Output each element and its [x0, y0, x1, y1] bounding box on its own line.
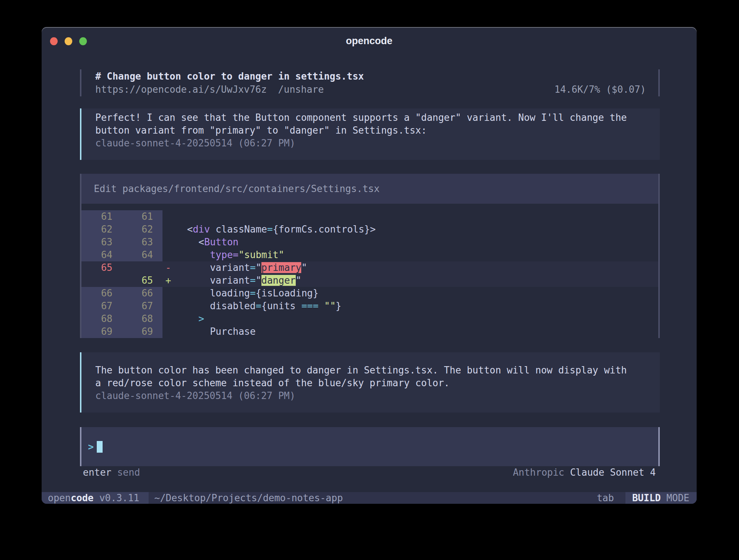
mode-primary: BUILD [632, 492, 660, 503]
new-line-number: 67 [122, 300, 162, 312]
code-line [176, 210, 658, 223]
new-line-number: 66 [122, 287, 162, 300]
old-line-number: 62 [81, 223, 122, 236]
diff-row: 6464 type="submit" [81, 249, 658, 261]
old-line-number: 67 [81, 300, 122, 312]
status-spacer [343, 492, 597, 504]
prompt-symbol: > [88, 441, 94, 452]
assistant-message: The button color has been changed to dan… [80, 352, 660, 413]
status-bar: opencode v0.3.11 ~/Desktop/Projects/demo… [42, 492, 697, 504]
old-line-number: 65 [81, 261, 122, 274]
prompt-input[interactable]: > [80, 427, 660, 466]
send-action-label: send [117, 467, 140, 478]
new-line-number: 69 [122, 325, 162, 338]
diff-row: 6666 loading={isLoading} [81, 287, 658, 300]
share-url[interactable]: https://opencode.ai/s/UwJxv76z [95, 83, 267, 96]
old-line-number: 63 [81, 236, 122, 249]
diff-marker [162, 249, 176, 261]
code-line: disabled={units === ""} [176, 300, 658, 312]
code-line: Purchase [176, 325, 658, 338]
code-line: type="submit" [176, 249, 658, 261]
edit-gap [81, 204, 658, 210]
diff-row: 65- variant="primary" [81, 261, 658, 274]
diff-marker [162, 223, 176, 236]
new-line-number: 62 [122, 223, 162, 236]
new-line-number: 65 [122, 274, 162, 287]
edit-tool-block: Edit packages/frontend/src/containers/Se… [80, 174, 660, 338]
diff-marker [162, 210, 176, 223]
new-line-number: 63 [122, 236, 162, 249]
new-line-number: 68 [122, 312, 162, 325]
code-line: > [176, 312, 658, 325]
code-line: loading={isLoading} [176, 287, 658, 300]
new-line-number: 61 [122, 210, 162, 223]
app-name-code: code [71, 492, 94, 503]
enter-key-label: enter [83, 467, 111, 478]
window-title: opencode [42, 27, 697, 55]
diff-row: 65+ variant="danger" [81, 274, 658, 287]
working-directory: ~/Desktop/Projects/demo-notes-app [154, 492, 343, 504]
code-line: variant="primary" [176, 261, 658, 274]
diff-marker [162, 312, 176, 325]
new-line-number: 64 [122, 249, 162, 261]
message-model-meta: claude-sonnet-4-20250514 (06:27 PM) [95, 137, 647, 150]
diff-row: 6969 Purchase [81, 325, 658, 338]
old-line-number [81, 274, 122, 287]
app-name-open: open [48, 492, 71, 503]
old-line-number: 68 [81, 312, 122, 325]
old-line-number: 69 [81, 325, 122, 338]
session-title: # Change button color to danger in setti… [95, 70, 646, 83]
context-stats: 14.6K/7% ($0.07) [555, 83, 646, 96]
message-text: The button color has been changed to dan… [95, 364, 647, 390]
message-model-meta: claude-sonnet-4-20250514 (06:27 PM) [95, 390, 647, 402]
message-text: Perfect! I can see that the Button compo… [95, 111, 647, 137]
diff-row: 6161 [81, 210, 658, 223]
old-line-number: 66 [81, 287, 122, 300]
code-line: <Button [176, 236, 658, 249]
diff-marker [162, 300, 176, 312]
old-line-number: 64 [81, 249, 122, 261]
session-header: # Change button color to danger in setti… [80, 69, 660, 96]
diff-row: 6767 disabled={units === ""} [81, 300, 658, 312]
titlebar: opencode [42, 27, 697, 55]
diff-row: 6868 > [81, 312, 658, 325]
app-window: opencode # Change button color to danger… [42, 27, 697, 504]
new-line-number [122, 261, 162, 274]
mode-toggle[interactable]: BUILD MODE [625, 492, 697, 504]
provider-label: Anthropic [513, 467, 564, 478]
model-label: Claude Sonnet 4 [570, 467, 656, 478]
diff-marker [162, 325, 176, 338]
diff-view: 61616262 <div className={formCs.controls… [81, 210, 658, 338]
edit-tool-header: Edit packages/frontend/src/containers/Se… [81, 174, 658, 204]
diff-marker [162, 236, 176, 249]
app-version: v0.3.11 [93, 492, 139, 503]
app-version-segment: opencode v0.3.11 [42, 492, 149, 504]
unshare-command[interactable]: /unshare [278, 83, 324, 96]
diff-marker: - [162, 261, 176, 274]
send-hint: enter send [83, 466, 140, 479]
diff-marker [162, 287, 176, 300]
assistant-message: Perfect! I can see that the Button compo… [80, 108, 660, 160]
code-line: variant="danger" [176, 274, 658, 287]
code-line: <div className={formCs.controls}> [176, 223, 658, 236]
diff-row: 6363 <Button [81, 236, 658, 249]
mode-secondary: MODE [661, 492, 689, 503]
text-cursor [97, 441, 103, 453]
hint-row: enter send Anthropic Claude Sonnet 4 [80, 466, 660, 479]
tab-key-hint[interactable]: tab [597, 492, 614, 504]
model-indicator[interactable]: Anthropic Claude Sonnet 4 [513, 466, 656, 479]
diff-row: 6262 <div className={formCs.controls}> [81, 223, 658, 236]
diff-marker: + [162, 274, 176, 287]
old-line-number: 61 [81, 210, 122, 223]
